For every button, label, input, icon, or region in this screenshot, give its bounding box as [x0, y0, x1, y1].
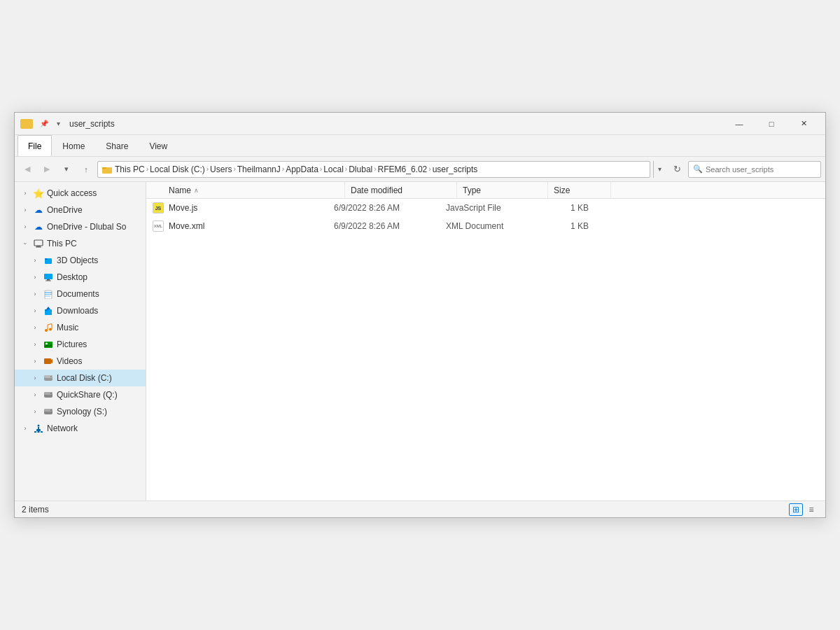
view-details-button[interactable]: ⊞: [789, 503, 803, 516]
back-button[interactable]: ◀: [19, 161, 36, 178]
network-icon: [33, 423, 44, 434]
file-list: JS Move.js 6/9/2022 8:26 AM JavaScript F…: [146, 199, 825, 500]
sidebar-label-videos: Videos: [57, 356, 140, 366]
svg-point-31: [38, 425, 40, 427]
sort-arrow-name: ∧: [194, 187, 199, 194]
toggle-this-pc[interactable]: ›: [20, 239, 30, 248]
view-list-button[interactable]: ≡: [804, 503, 818, 516]
sidebar-item-desktop[interactable]: › Desktop: [15, 269, 146, 286]
sidebar-item-synology[interactable]: › Synology (S:): [15, 403, 146, 420]
svg-rect-2: [34, 240, 43, 246]
ribbon: File Home Share View: [15, 135, 825, 157]
path-user[interactable]: TheilmannJ: [237, 164, 281, 174]
toggle-onedrive[interactable]: ›: [20, 205, 30, 215]
tab-home[interactable]: Home: [52, 135, 95, 156]
sidebar-label-onedrive-dlubal: OneDrive - Dlubal So: [47, 222, 140, 232]
minimize-button[interactable]: —: [723, 113, 755, 135]
col-header-size[interactable]: Size: [548, 182, 611, 198]
tab-view[interactable]: View: [139, 135, 178, 156]
path-this-pc[interactable]: This PC: [115, 164, 145, 174]
address-path[interactable]: This PC › Local Disk (C:) › Users › Thei…: [97, 161, 650, 178]
chevron-4: ›: [282, 165, 284, 173]
toggle-quickshare[interactable]: ›: [30, 390, 40, 400]
path-local[interactable]: Local: [323, 164, 344, 174]
sidebar-item-onedrive-dlubal[interactable]: › ☁ OneDrive - Dlubal So: [15, 218, 146, 235]
search-box[interactable]: 🔍: [688, 161, 821, 178]
toggle-documents[interactable]: ›: [30, 289, 40, 299]
svg-rect-1: [102, 167, 106, 169]
sidebar-item-network[interactable]: › Network: [15, 420, 146, 437]
svg-marker-19: [51, 359, 52, 363]
svg-rect-18: [44, 358, 51, 364]
sidebar-label-desktop: Desktop: [57, 272, 140, 282]
up-button[interactable]: ↑: [78, 161, 94, 178]
sidebar-item-pictures[interactable]: › Pictures: [15, 336, 146, 353]
local-disk-icon: [43, 372, 54, 384]
sidebar-label-music: Music: [57, 323, 140, 332]
recent-locations-button[interactable]: ▾: [58, 161, 75, 178]
close-button[interactable]: ✕: [788, 113, 820, 135]
svg-rect-10: [45, 290, 52, 299]
col-date-label: Date modified: [351, 186, 402, 195]
tab-share[interactable]: Share: [95, 135, 139, 156]
forward-button[interactable]: ▶: [38, 161, 55, 178]
sidebar-item-music[interactable]: › Music: [15, 319, 146, 336]
quick-access-icon: ⭐: [33, 188, 44, 199]
refresh-button[interactable]: ↻: [668, 161, 685, 178]
path-appdata[interactable]: AppData: [286, 164, 318, 174]
toggle-downloads[interactable]: ›: [30, 306, 40, 316]
title-folder-icon: [20, 119, 33, 129]
maximize-button[interactable]: □: [755, 113, 788, 135]
svg-rect-32: [34, 431, 36, 433]
toggle-local-disk[interactable]: ›: [30, 373, 40, 383]
file-size-movejs: 1 KB: [537, 203, 600, 213]
sidebar-item-quickshare[interactable]: › QuickShare (Q:): [15, 386, 146, 403]
toggle-videos[interactable]: ›: [30, 356, 40, 366]
sidebar-item-onedrive[interactable]: › ☁ OneDrive: [15, 202, 146, 218]
sidebar-item-documents[interactable]: › Documents: [15, 286, 146, 302]
col-header-date[interactable]: Date modified: [345, 182, 457, 198]
sidebar-item-quick-access[interactable]: › ⭐ Quick access: [15, 185, 146, 202]
path-dlubal[interactable]: Dlubal: [349, 164, 372, 174]
title-dropdown-icon: ▾: [52, 118, 64, 130]
toggle-desktop[interactable]: ›: [30, 272, 40, 282]
search-input[interactable]: [706, 165, 816, 174]
toggle-onedrive-dlubal[interactable]: ›: [20, 222, 30, 232]
sidebar-item-local-disk[interactable]: › Local Disk (C:): [15, 370, 146, 386]
title-bar-icons: 📌 ▾: [20, 118, 64, 130]
tab-file[interactable]: File: [18, 135, 52, 156]
path-users[interactable]: Users: [210, 164, 232, 174]
path-dropdown-button[interactable]: ▾: [653, 161, 666, 178]
this-pc-icon: [33, 238, 44, 249]
col-header-type[interactable]: Type: [457, 182, 548, 198]
window-controls: — □ ✕: [723, 113, 820, 135]
status-bar: 2 items ⊞ ≡: [15, 500, 825, 517]
chevron-5: ›: [320, 165, 322, 173]
main-content: › ⭐ Quick access › ☁ OneDrive › ☁ OneDri…: [15, 182, 825, 500]
sidebar-item-downloads[interactable]: › Downloads: [15, 302, 146, 319]
synology-icon: [43, 406, 54, 417]
file-icon-movexml: XML: [152, 220, 164, 232]
sidebar-item-videos[interactable]: › Videos: [15, 353, 146, 370]
toggle-music[interactable]: ›: [30, 323, 40, 332]
path-user-scripts[interactable]: user_scripts: [433, 164, 478, 174]
toggle-pictures[interactable]: ›: [30, 340, 40, 349]
sidebar: › ⭐ Quick access › ☁ OneDrive › ☁ OneDri…: [15, 182, 146, 500]
toggle-quick-access[interactable]: ›: [20, 188, 30, 198]
path-rfem[interactable]: RFEM6_6.02: [378, 164, 428, 174]
sidebar-item-this-pc[interactable]: › This PC: [15, 235, 146, 252]
svg-rect-29: [36, 429, 41, 431]
svg-rect-33: [38, 431, 40, 433]
view-buttons: ⊞ ≡: [789, 503, 818, 516]
col-header-name[interactable]: Name ∧: [163, 182, 345, 198]
file-icon-movejs: JS: [152, 202, 164, 214]
file-row-movejs[interactable]: JS Move.js 6/9/2022 8:26 AM JavaScript F…: [146, 199, 825, 217]
toggle-3d-objects[interactable]: ›: [30, 255, 40, 265]
toggle-synology[interactable]: ›: [30, 407, 40, 416]
path-local-disk[interactable]: Local Disk (C:): [150, 164, 205, 174]
item-count: 2 items: [22, 505, 49, 514]
toggle-network[interactable]: ›: [20, 424, 30, 433]
xml-icon: XML: [153, 220, 164, 232]
sidebar-item-3d-objects[interactable]: › 3D Objects: [15, 252, 146, 269]
file-row-movexml[interactable]: XML Move.xml 6/9/2022 8:26 AM XML Docume…: [146, 217, 825, 235]
